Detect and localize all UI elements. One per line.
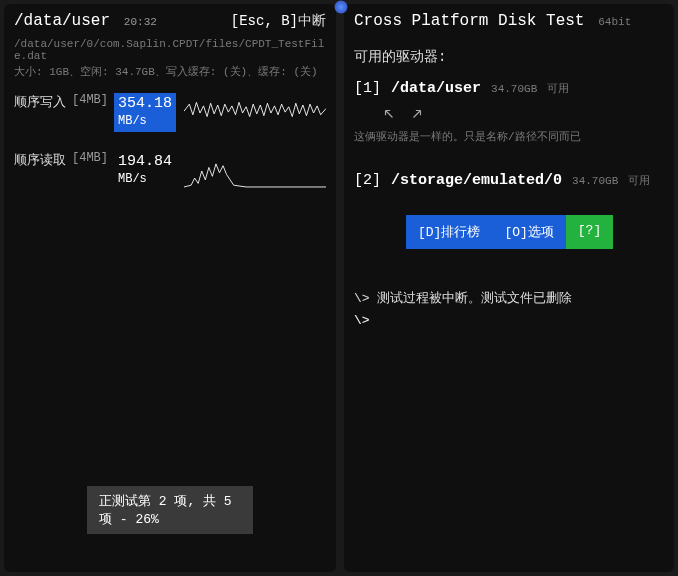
speed-number: 194.84 xyxy=(118,153,172,170)
arch-label: 64bit xyxy=(598,16,631,28)
test-file-path: /data/user/0/com.Saplin.CPDT/files/CPDT_… xyxy=(14,38,326,62)
progress-status: 正测试第 2 项, 共 5 项 - 26% xyxy=(87,486,253,534)
abort-hint[interactable]: [Esc, B]中断 xyxy=(231,12,326,30)
clock-time: 20:32 xyxy=(124,16,157,28)
console-output: \> 测试过程被中断。测试文件已删除 \> xyxy=(354,289,664,328)
drive-index: [2] xyxy=(354,172,381,189)
right-pane: Cross Platform Disk Test 64bit 可用的驱动器: [… xyxy=(344,4,674,572)
console-prompt: \> xyxy=(354,313,664,328)
current-path: /data/user xyxy=(14,12,110,30)
drives-note: 这俩驱动器是一样的。只是名称/路径不同而已 xyxy=(354,129,664,144)
row-blocksize: [4MB] xyxy=(72,93,114,107)
right-header: Cross Platform Disk Test 64bit xyxy=(354,12,664,30)
left-pane: /data/user 20:32 [Esc, B]中断 /data/user/0… xyxy=(4,4,336,572)
sparkline-read xyxy=(184,151,326,195)
speed-unit: MB/s xyxy=(118,172,147,186)
drive-item-2[interactable]: [2] /storage/emulated/0 34.70GB 可用 xyxy=(354,172,664,189)
options-button[interactable]: [O]选项 xyxy=(492,215,565,249)
drive-link-arrows xyxy=(382,107,664,125)
sparkline-write xyxy=(184,93,326,137)
help-button[interactable]: [?] xyxy=(566,215,613,249)
ranking-button[interactable]: [D]排行榜 xyxy=(406,215,492,249)
console-line: \> 测试过程被中断。测试文件已删除 xyxy=(354,289,664,307)
drive-size: 34.70GB xyxy=(572,175,618,187)
result-row-write: 顺序写入 [4MB] 354.18 MB/s xyxy=(14,93,326,137)
drive-avail: 可用 xyxy=(628,173,650,188)
row-label: 顺序写入 xyxy=(14,93,72,111)
row-label: 顺序读取 xyxy=(14,151,72,169)
speed-number: 354.18 xyxy=(118,95,172,112)
row-value: 354.18 MB/s xyxy=(114,93,176,132)
speed-unit: MB/s xyxy=(118,114,147,128)
arrow-up-left-icon xyxy=(382,107,396,125)
button-row: [D]排行榜 [O]选项 [?] xyxy=(406,215,664,249)
pane-splitter-handle[interactable] xyxy=(334,0,348,14)
test-file-info: 大小: 1GB、空闲: 34.7GB、写入缓存: (关)、缓存: (关) xyxy=(14,64,326,79)
drive-index: [1] xyxy=(354,80,381,97)
drive-path: /storage/emulated/0 xyxy=(391,172,562,189)
drive-item-1[interactable]: [1] /data/user 34.70GB 可用 xyxy=(354,80,664,97)
arrow-up-right-icon xyxy=(410,107,424,125)
abort-text: 中断 xyxy=(298,13,326,29)
drive-path: /data/user xyxy=(391,80,481,97)
row-blocksize: [4MB] xyxy=(72,151,114,165)
app-title: Cross Platform Disk Test xyxy=(354,12,584,30)
result-row-read: 顺序读取 [4MB] 194.84 MB/s xyxy=(14,151,326,195)
drive-avail: 可用 xyxy=(547,81,569,96)
left-header: /data/user 20:32 [Esc, B]中断 xyxy=(14,12,326,30)
drive-size: 34.70GB xyxy=(491,83,537,95)
row-value: 194.84 MB/s xyxy=(114,151,176,190)
drives-heading: 可用的驱动器: xyxy=(354,48,664,66)
abort-key-label: [Esc, B] xyxy=(231,13,298,29)
